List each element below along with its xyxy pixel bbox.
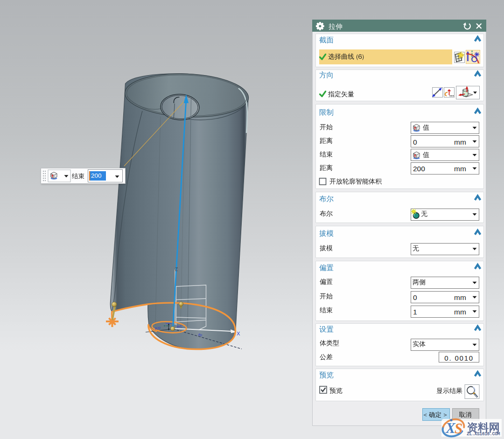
svg-text:Z: Z (175, 267, 178, 272)
svg-text:R20: R20 (154, 326, 161, 331)
svg-text:X: X (237, 331, 240, 336)
svg-text:R42: R42 (176, 324, 182, 329)
